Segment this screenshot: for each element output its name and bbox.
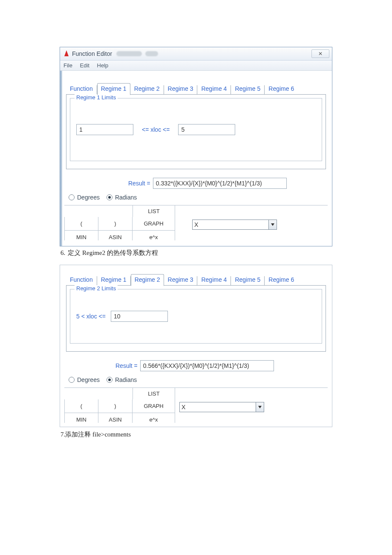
regime2-limits-row: 5 < xloc <= 10 bbox=[76, 311, 316, 322]
menu-help[interactable]: Help bbox=[97, 62, 109, 69]
close-button[interactable]: ✕ bbox=[311, 49, 329, 58]
tab-regime-3-2[interactable]: Regime 3 bbox=[164, 274, 197, 286]
regime2-lower-label: 5 < xloc <= bbox=[76, 313, 108, 320]
radians-label-2: Radians bbox=[115, 376, 137, 383]
caption-7-text: 7.添加注释 file>comments bbox=[61, 431, 131, 438]
tab-regime-4[interactable]: Regime 4 bbox=[197, 83, 231, 95]
asin-button-2[interactable]: ASIN bbox=[98, 413, 133, 423]
degrees-label-2: Degrees bbox=[77, 376, 100, 383]
result-row-2: Result = 0.566*({KXX}/{X})*{M0}^(1/2)*{M… bbox=[64, 352, 328, 374]
regime1-lower-input[interactable]: 1 bbox=[76, 124, 133, 135]
degrees-radio-1[interactable] bbox=[69, 194, 75, 200]
caption-6-text: 定义 Regime2 的热传导系数方程 bbox=[68, 249, 158, 256]
radians-label-1: Radians bbox=[115, 194, 137, 201]
regime1-upper-input[interactable]: 5 bbox=[178, 124, 235, 135]
variable-combo-2[interactable]: X bbox=[179, 402, 256, 412]
rparen-button-1[interactable]: ) bbox=[98, 217, 133, 231]
window-title: Function Editor bbox=[72, 50, 112, 57]
angle-units-row-1: Degrees Radians bbox=[64, 191, 328, 205]
result-input-1[interactable]: 0.332*({KXX}/{X})*{M0}^(1/2)*{M1}^(1/3) bbox=[153, 178, 287, 189]
regime2-limits-fieldset: Regime 2 Limits 5 < xloc <= 10 bbox=[70, 289, 322, 344]
degrees-radio-2[interactable] bbox=[69, 377, 75, 383]
min-button-2[interactable]: MIN bbox=[64, 413, 98, 423]
regime2-legend: Regime 2 Limits bbox=[75, 285, 118, 292]
rparen-button-2[interactable]: ) bbox=[98, 399, 133, 413]
regime1-limits-fieldset: Regime 1 Limits 1 <= xloc <= 5 bbox=[70, 98, 322, 161]
menu-file[interactable]: File bbox=[63, 62, 72, 69]
regime2-upper-input[interactable]: 10 bbox=[111, 311, 168, 322]
variable-combo-wrap-1: X bbox=[192, 220, 277, 230]
titlebar[interactable]: Function Editor ✕ bbox=[60, 47, 332, 61]
menu-edit[interactable]: Edit bbox=[80, 62, 89, 69]
close-icon: ✕ bbox=[318, 51, 323, 57]
chevron-down-icon bbox=[271, 223, 274, 226]
tab-body-regime1: Regime 1 Limits 1 <= xloc <= 5 bbox=[66, 94, 326, 169]
ex-button-1[interactable]: e^x bbox=[133, 231, 175, 240]
variable-combo-1[interactable]: X bbox=[192, 220, 269, 230]
caption-7: 7.添加注释 file>comments bbox=[61, 431, 332, 439]
app-icon bbox=[63, 50, 69, 57]
tab-regime-1-2[interactable]: Regime 1 bbox=[97, 274, 130, 286]
menubar: File Edit Help bbox=[60, 61, 332, 71]
combo-dropdown-button-2[interactable] bbox=[256, 402, 264, 412]
tab-regime-5[interactable]: Regime 5 bbox=[231, 83, 264, 95]
min-button-1[interactable]: MIN bbox=[64, 231, 98, 240]
graph-button-1[interactable]: GRAPH bbox=[133, 217, 175, 231]
chevron-down-icon bbox=[258, 406, 262, 408]
title-blur bbox=[116, 51, 158, 56]
result-row-1: Result = 0.332*({KXX}/{X})*{M0}^(1/2)*{M… bbox=[64, 169, 328, 191]
graph-button-2[interactable]: GRAPH bbox=[133, 399, 175, 413]
caption-6: 6.定义 Regime2 的热传导系数方程 bbox=[61, 249, 332, 257]
regime2-panel: Function Regime 1 Regime 2 Regime 3 Regi… bbox=[60, 265, 332, 427]
result-label-1: Result = bbox=[128, 180, 150, 187]
radians-radio-1[interactable] bbox=[107, 194, 112, 200]
function-editor-window: Function Editor ✕ File Edit Help Functio… bbox=[60, 47, 332, 246]
radians-radio-2[interactable] bbox=[107, 377, 112, 383]
ex-button-2[interactable]: e^x bbox=[133, 413, 175, 423]
tabs-row-2: Function Regime 1 Regime 2 Regime 3 Regi… bbox=[64, 269, 328, 286]
tab-regime-2[interactable]: Regime 2 bbox=[130, 83, 164, 95]
tab-regime-5-2[interactable]: Regime 5 bbox=[231, 274, 264, 286]
result-input-2[interactable]: 0.566*({KXX}/{X})*{M0}^(1/2)*{M1}^(1/3) bbox=[140, 360, 274, 371]
list-button-1[interactable]: LIST bbox=[133, 205, 175, 217]
variable-combo-wrap-2: X bbox=[179, 402, 264, 412]
regime1-xloc-label: <= xloc <= bbox=[136, 126, 176, 133]
tab-regime-4-2[interactable]: Regime 4 bbox=[197, 274, 231, 286]
tabs-row-1: Function Regime 1 Regime 2 Regime 3 Regi… bbox=[64, 74, 328, 95]
tab-function[interactable]: Function bbox=[66, 83, 97, 95]
lparen-button-1[interactable]: ( bbox=[64, 217, 98, 231]
asin-button-1[interactable]: ASIN bbox=[98, 231, 133, 240]
tab-regime-2-2[interactable]: Regime 2 bbox=[131, 274, 164, 286]
angle-units-row-2: Degrees Radians bbox=[64, 374, 328, 387]
tab-body-regime2: Regime 2 Limits 5 < xloc <= 10 bbox=[66, 285, 326, 352]
tab-regime-1[interactable]: Regime 1 bbox=[97, 83, 130, 95]
tab-regime-6[interactable]: Regime 6 bbox=[265, 83, 298, 95]
caption-6-num: 6. bbox=[61, 249, 65, 256]
degrees-label-1: Degrees bbox=[77, 194, 100, 201]
combo-dropdown-button-1[interactable] bbox=[269, 220, 277, 230]
regime1-limits-row: 1 <= xloc <= 5 bbox=[76, 124, 316, 135]
left-gutter bbox=[60, 71, 62, 246]
list-button-2[interactable]: LIST bbox=[133, 388, 175, 399]
tab-function-2[interactable]: Function bbox=[66, 274, 97, 286]
result-label-2: Result = bbox=[115, 362, 138, 369]
tab-regime-3[interactable]: Regime 3 bbox=[164, 83, 197, 95]
regime1-legend: Regime 1 Limits bbox=[75, 94, 118, 101]
tab-regime-6-2[interactable]: Regime 6 bbox=[265, 274, 298, 286]
lparen-button-2[interactable]: ( bbox=[64, 399, 98, 413]
